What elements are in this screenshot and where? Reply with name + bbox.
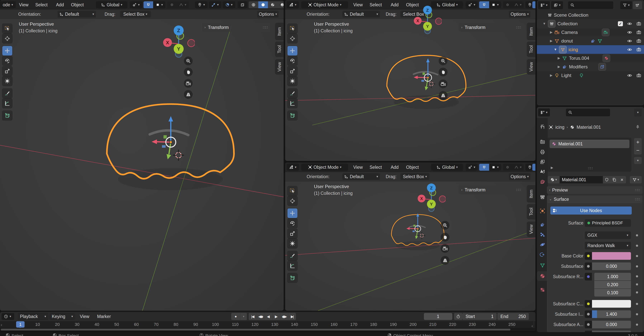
tool-rotate[interactable] [2,56,12,65]
panel-collapse-arrow[interactable]: ‹ [1,323,2,327]
pivot-point-dropdown[interactable]: ▾ [130,1,142,8]
zoom-button[interactable] [184,56,193,65]
tool-cursor[interactable] [288,196,298,206]
subsurface-color-socket[interactable] [585,300,592,308]
mode-dropdown[interactable]: Object Mode▾ [301,164,348,171]
tool-transform[interactable] [2,76,12,86]
drag-select-box-dropdown[interactable]: Select Box▾ [120,11,151,18]
tool-select-box[interactable] [288,186,298,196]
tool-add-cube[interactable] [2,111,12,120]
animate-dot[interactable] [636,283,638,285]
sidebar-tab-view[interactable]: View [527,59,536,74]
eye-icon[interactable] [627,21,632,26]
camera-view-button[interactable] [440,244,450,253]
show-gizmo-toggle[interactable]: ▾ [209,1,222,8]
pan-button[interactable] [440,233,450,242]
outliner-row-collection[interactable]: ▼ Collection ✓ [537,19,644,28]
frame-end-field[interactable]: End250 [498,313,529,320]
previous-keyframe-button[interactable]: ◀◆ [256,313,264,320]
editor-type-dropdown[interactable]: ▾ [538,1,550,9]
tab-material[interactable] [537,271,548,281]
tool-scale[interactable] [288,66,298,76]
tool-move[interactable] [288,208,298,218]
expand-arrow-icon[interactable]: ▶ [550,73,552,77]
animate-dot[interactable] [636,255,638,257]
menu-add[interactable]: Add [390,0,399,9]
camera-view-button[interactable] [439,79,448,88]
snapping-dropdown[interactable]: ▾ [489,164,501,171]
subsurface-radius-socket[interactable] [585,273,592,280]
remove-material-slot-button[interactable]: − [634,146,642,155]
tab-object[interactable] [537,206,548,216]
slot-grip[interactable]: ∷∷ [588,166,593,170]
camera-render-icon[interactable] [636,38,641,43]
orientation-default-dropdown[interactable]: Default▾ [342,173,380,180]
tool-measure[interactable] [2,98,12,108]
pan-button[interactable] [184,68,193,76]
material-slot-row[interactable]: Material.001 [550,140,630,148]
outliner-row-donut[interactable]: ▶ donut [537,37,644,45]
timeline-editor[interactable]: ▾ Playback▾ Keying▾ View Marker ● ▾ |◀ ◀… [0,312,536,331]
sidebar-tab-item[interactable]: Item [275,23,284,40]
menu-select[interactable]: Select [369,163,383,172]
transform-panel-header[interactable]: › Transform ∷∷ [459,23,524,32]
transform-orientation-dropdown[interactable]: Global▾ [431,164,463,171]
display-mode-dropdown[interactable]: ▾ [551,1,563,9]
mesh-link-dropdown[interactable]: ▾ [630,176,642,183]
metallic-slider[interactable]: 0.000 [592,331,631,332]
tab-tool[interactable] [537,122,548,131]
options-dropdown[interactable]: Options▾ [509,173,530,180]
navigation-gizmo[interactable] [417,182,446,213]
checkbox-include[interactable]: ✓ [618,21,623,26]
tool-scale[interactable] [288,229,298,238]
shading-solid-button[interactable] [258,1,268,8]
menu-select[interactable]: Select [369,0,383,9]
snapping-toggle[interactable] [479,1,489,8]
tab-world[interactable] [537,177,548,186]
donut-object[interactable] [386,55,467,113]
proportional-editing-toggle[interactable] [167,1,176,8]
scrollbar-handle[interactable] [1,329,510,331]
camera-view-button[interactable] [184,79,193,88]
properties-options-dropdown[interactable]: ▾ [634,108,642,117]
animate-dot[interactable] [636,265,638,267]
proportional-editing-toggle[interactable] [503,164,512,171]
show-gizmo-toggle[interactable] [532,164,536,171]
panel-grip[interactable]: ∷∷ [516,25,521,30]
eye-icon[interactable] [627,73,632,78]
menu-object[interactable]: Object [70,0,84,9]
sidebar-tab-tool[interactable]: Tool [527,204,536,219]
menu-object[interactable]: Object [405,163,420,172]
subsurface-ior-slider[interactable]: 1.400 [592,310,631,318]
tool-select-box[interactable] [288,24,298,33]
auto-keying-button[interactable]: ● [231,313,240,320]
camera-render-icon[interactable] [636,73,641,78]
tab-view-layer[interactable] [537,157,548,167]
tool-cursor[interactable] [288,34,298,43]
animate-dot[interactable] [636,313,638,315]
metallic-socket[interactable] [585,331,592,332]
sidebar-tab-item[interactable]: Item [527,23,536,40]
mode-dropdown[interactable]: ode▾ [0,1,16,8]
snapping-dropdown[interactable]: ▾ [153,1,166,8]
tab-scene[interactable] [537,167,548,177]
timeline-marker-menu[interactable]: Marker [96,312,112,321]
outliner-row-scene-collection[interactable]: Scene Collection [537,11,644,19]
pan-button[interactable] [439,68,448,76]
playback-menu[interactable]: Playback▾ [18,313,48,320]
proportional-falloff-dropdown[interactable]: ▾ [512,164,524,171]
outliner-row-modifiers[interactable]: ▶ Modifiers [537,62,644,71]
eye-icon[interactable] [627,47,632,52]
subsurface-radius-z[interactable]: 0.100 [594,289,631,297]
subsurface-radius-y[interactable]: 0.200 [594,281,631,289]
outliner-editor[interactable]: ▾ ▾ ▾ Scene Collection ▼ Collection ✓ ▶ … [537,0,644,105]
drag-select-box-dropdown[interactable]: Select Box▾ [400,173,430,180]
new-collection-button[interactable] [633,1,642,9]
camera-render-icon[interactable] [636,47,641,52]
material-datablock-dropdown[interactable]: ▾ [548,176,560,183]
tab-output[interactable] [537,147,548,157]
mode-dropdown[interactable]: Object Mode▾ [301,1,348,8]
transform-panel-header[interactable]: › Transform ∷∷ [202,23,270,32]
tab-particles[interactable] [537,230,548,239]
show-gizmo-toggle[interactable] [532,1,536,8]
